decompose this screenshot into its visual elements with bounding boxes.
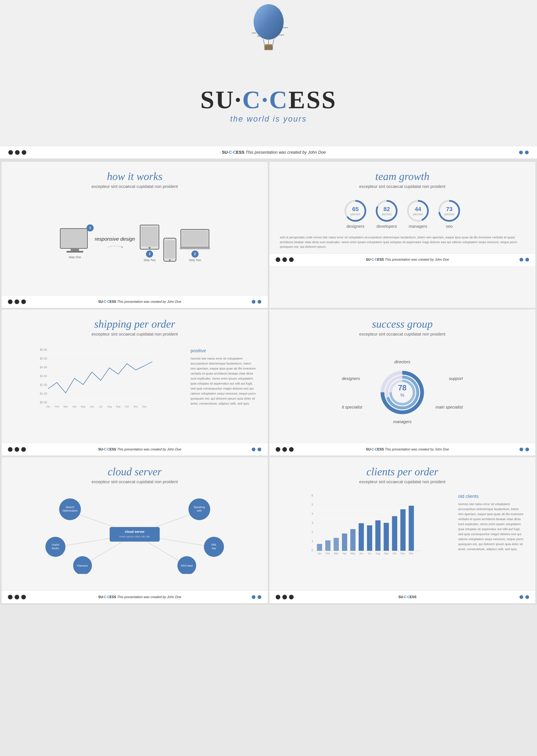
slide-team-growth: team growth excepteur sint occaecat cupi… [269, 162, 536, 308]
bar-chart-svg: 6 5 4 3 2 1 0 [280, 493, 454, 557]
svg-text:Jan: Jan [317, 552, 321, 555]
svg-point-16 [148, 247, 150, 249]
dot-blue-2 [525, 150, 529, 154]
svg-text:Feb: Feb [325, 552, 330, 555]
slide-how-it-works: how it works excepteur sint occaecat cup… [2, 162, 268, 308]
arrow-dashed [106, 244, 123, 250]
how-it-works-content: 1 Step One responsive design [12, 195, 257, 291]
svg-text:Search: Search [66, 506, 74, 509]
donut-svg: 78 % [379, 369, 425, 415]
dot-3 [22, 150, 26, 155]
dot-blue-1 [519, 150, 523, 154]
cloud-subtitle: excepteur sint occaecat cupidatat non pr… [12, 480, 257, 484]
svg-text:$4.00: $4.00 [40, 365, 47, 369]
success-group-diagram: directors designers support main special… [280, 347, 525, 439]
shipping-subtitle: excepteur sint occaecat cupidatat non pr… [12, 332, 257, 337]
label-it-specialist: it specialist [342, 405, 362, 410]
svg-rect-11 [71, 248, 79, 251]
svg-text:Aug: Aug [107, 405, 111, 408]
step-two-label: Step Two [144, 258, 155, 262]
footer-dots-left [8, 150, 26, 155]
circle-managers: 44 percent managers [406, 199, 430, 229]
svg-text:Dec: Dec [409, 552, 413, 555]
svg-text:Oct: Oct [125, 405, 129, 408]
slide-footer-how-it-works: · SU·C·CESS This presentation was create… [2, 295, 268, 308]
shipping-description: nomnis iste natus error sit voluptatem a… [190, 356, 257, 406]
svg-text:Apr: Apr [343, 552, 347, 555]
shipping-text-title: positive [190, 347, 257, 354]
phone-icon [163, 238, 177, 262]
svg-text:%: % [400, 393, 404, 398]
clients-description: nomnis iste natus error sit voluptatem a… [458, 502, 525, 552]
svg-text:Sep: Sep [116, 405, 121, 408]
svg-rect-21 [182, 231, 208, 246]
svg-text:Aug: Aug [376, 552, 380, 555]
label-designers: designers [342, 376, 360, 381]
svg-rect-12 [66, 251, 83, 253]
balloon-svg [246, 4, 292, 63]
svg-text:Jun: Jun [359, 552, 363, 555]
svg-text:6: 6 [311, 494, 313, 497]
svg-text:Nov: Nov [401, 552, 405, 555]
svg-marker-13 [122, 246, 123, 248]
svg-text:Mar: Mar [334, 552, 338, 555]
slide-clients: clients per order excepteur sint occaeca… [269, 457, 536, 603]
clients-text-title: old clients [458, 493, 525, 500]
seo-label: seo [446, 224, 453, 229]
svg-text:cloud server: cloud server [125, 530, 145, 533]
svg-rect-110 [367, 525, 372, 551]
slide-footer-1: · SU·C·CESS This presentation was create… [0, 146, 537, 158]
svg-line-6 [273, 39, 274, 45]
svg-text:Mar: Mar [63, 405, 68, 408]
svg-rect-104 [317, 544, 322, 551]
svg-text:lorem ipsum alexi alic der: lorem ipsum alexi alic der [119, 535, 150, 538]
circle-seo: 73 percent seo [438, 199, 461, 229]
label-directors: directors [394, 359, 410, 364]
svg-rect-105 [325, 540, 330, 551]
svg-text:Jan: Jan [46, 405, 50, 408]
designers-label: designers [347, 224, 364, 229]
svg-rect-107 [342, 533, 347, 551]
slide-shipping: shipping per order excepteur sint occaec… [2, 310, 268, 455]
svg-text:with: with [197, 509, 202, 512]
monitor-icon [59, 228, 91, 255]
step-2a-circle: 2 [146, 250, 153, 258]
shipping-chart-area: $6.00 $5.00 $4.00 $3.00 $2.00 $1.00 $0.0… [12, 347, 257, 439]
circle-designers: 65 percent designers [344, 199, 367, 229]
clients-subtitle: excepteur sint occaecat cupidatat non pr… [280, 480, 525, 484]
svg-text:Useful: Useful [52, 543, 59, 546]
svg-rect-114 [400, 509, 405, 551]
responsive-design-label: responsive design [95, 236, 135, 242]
svg-rect-18 [165, 240, 175, 258]
svg-text:Sep: Sep [384, 552, 389, 555]
svg-text:0: 0 [311, 549, 313, 552]
cloud-diagram: cloud server lorem ipsum alexi alic der … [12, 495, 257, 586]
step-two-b-label: Step Two [189, 258, 201, 262]
slide-footer-clients: · SU·C·CESS [269, 591, 536, 603]
step-1-circle: 1 [87, 225, 94, 231]
svg-text:$5.00: $5.00 [40, 357, 47, 360]
shipping-title: shipping per order [12, 318, 257, 330]
svg-text:78: 78 [398, 384, 406, 392]
hero-title: SU·C·CESS [200, 87, 337, 112]
svg-rect-71 [110, 527, 160, 542]
footer-team-tagline: · SU·C·CESS This presentation was create… [364, 258, 449, 262]
svg-text:Dec: Dec [142, 405, 146, 408]
svg-text:$3.00: $3.00 [40, 374, 47, 378]
svg-rect-15 [141, 227, 158, 246]
line-chart: $6.00 $5.00 $4.00 $3.00 $2.00 $1.00 $0.0… [12, 347, 185, 405]
managers-label: managers [409, 224, 427, 229]
how-it-works-title: how it works [12, 170, 257, 183]
cloud-diagram-svg: cloud server lorem ipsum alexi alic der … [12, 495, 257, 574]
team-description: sed ut perspiciatis unde omnis iste natu… [280, 235, 525, 249]
svg-text:4: 4 [311, 512, 313, 515]
slide-footer-team: · SU·C·CESS This presentation was create… [269, 253, 536, 266]
label-main-specialist: main specialist [435, 405, 463, 410]
slide-footer-success-group: · SU·C·CESS This presentation was create… [269, 443, 536, 455]
svg-text:2: 2 [311, 530, 313, 534]
clients-bar-chart: 6 5 4 3 2 1 0 [280, 493, 454, 551]
team-growth-subtitle: excepteur sint occaecat cupidatat non pr… [280, 184, 525, 189]
svg-text:Speaking: Speaking [194, 506, 205, 509]
svg-text:Feb: Feb [55, 405, 59, 408]
svg-rect-111 [375, 520, 380, 551]
